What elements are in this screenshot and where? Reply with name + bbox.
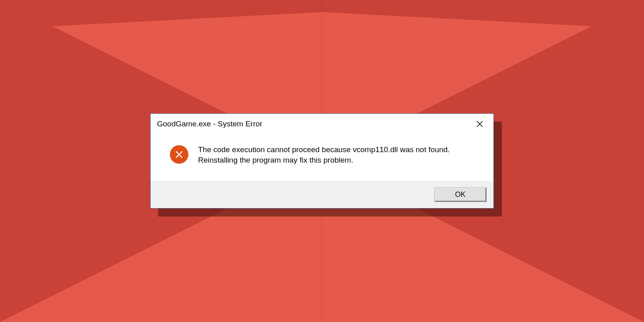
dialog-title: GoodGame.exe - System Error <box>157 120 262 128</box>
close-button[interactable] <box>472 118 488 130</box>
dialog-titlebar[interactable]: GoodGame.exe - System Error <box>151 114 493 132</box>
error-x-icon <box>170 145 188 164</box>
error-message: The code execution cannot proceed becaus… <box>198 144 456 165</box>
error-dialog: GoodGame.exe - System Error The code exe… <box>150 114 494 208</box>
dialog-body: The code execution cannot proceed becaus… <box>151 132 493 181</box>
close-icon <box>476 120 483 128</box>
dialog-footer: OK <box>151 181 493 208</box>
ok-button[interactable]: OK <box>435 188 486 202</box>
